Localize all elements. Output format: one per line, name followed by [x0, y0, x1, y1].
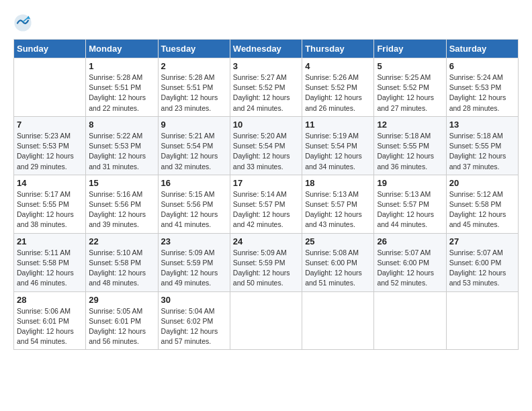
- day-info: Sunrise: 5:13 AMSunset: 5:57 PMDaylight:…: [305, 189, 371, 230]
- day-number: 9: [161, 120, 227, 130]
- calendar-day-21: 21Sunrise: 5:11 AMSunset: 5:58 PMDayligh…: [14, 233, 86, 291]
- day-number: 6: [449, 61, 515, 71]
- calendar-day-15: 15Sunrise: 5:16 AMSunset: 5:56 PMDayligh…: [86, 175, 158, 233]
- day-info: Sunrise: 5:06 AMSunset: 6:01 PMDaylight:…: [17, 306, 83, 347]
- day-number: 4: [305, 61, 371, 71]
- day-number: 14: [17, 178, 83, 188]
- day-info: Sunrise: 5:19 AMSunset: 5:54 PMDaylight:…: [305, 131, 371, 172]
- calendar-day-empty: [302, 291, 374, 350]
- day-number: 25: [305, 236, 371, 246]
- day-info: Sunrise: 5:18 AMSunset: 5:55 PMDaylight:…: [377, 131, 443, 172]
- calendar-day-20: 20Sunrise: 5:12 AMSunset: 5:58 PMDayligh…: [446, 175, 518, 233]
- calendar-day-25: 25Sunrise: 5:08 AMSunset: 6:00 PMDayligh…: [302, 233, 374, 291]
- calendar-week-row: 21Sunrise: 5:11 AMSunset: 5:58 PMDayligh…: [14, 233, 519, 291]
- weekday-header-wednesday: Wednesday: [230, 40, 302, 58]
- day-number: 2: [161, 61, 227, 71]
- calendar-day-10: 10Sunrise: 5:20 AMSunset: 5:54 PMDayligh…: [230, 116, 302, 175]
- calendar-day-27: 27Sunrise: 5:07 AMSunset: 6:00 PMDayligh…: [446, 233, 518, 291]
- day-number: 8: [89, 120, 154, 130]
- day-number: 5: [377, 61, 443, 71]
- day-info: Sunrise: 5:11 AMSunset: 5:58 PMDaylight:…: [17, 248, 83, 289]
- day-number: 19: [377, 178, 443, 188]
- calendar-day-12: 12Sunrise: 5:18 AMSunset: 5:55 PMDayligh…: [374, 116, 446, 175]
- page-header: [13, 13, 519, 32]
- logo-icon: [13, 13, 32, 32]
- calendar-day-empty: [374, 291, 446, 350]
- calendar-day-8: 8Sunrise: 5:22 AMSunset: 5:53 PMDaylight…: [86, 116, 158, 175]
- day-number: 15: [89, 178, 154, 188]
- calendar-day-23: 23Sunrise: 5:09 AMSunset: 5:59 PMDayligh…: [158, 233, 230, 291]
- day-info: Sunrise: 5:14 AMSunset: 5:57 PMDaylight:…: [233, 189, 299, 230]
- calendar-day-26: 26Sunrise: 5:07 AMSunset: 6:00 PMDayligh…: [374, 233, 446, 291]
- day-number: 29: [89, 295, 154, 305]
- day-info: Sunrise: 5:21 AMSunset: 5:54 PMDaylight:…: [161, 131, 227, 172]
- calendar-day-30: 30Sunrise: 5:04 AMSunset: 6:02 PMDayligh…: [158, 291, 230, 350]
- day-number: 16: [161, 178, 227, 188]
- day-info: Sunrise: 5:18 AMSunset: 5:55 PMDaylight:…: [449, 131, 515, 172]
- day-number: 13: [449, 120, 515, 130]
- calendar-day-6: 6Sunrise: 5:24 AMSunset: 5:53 PMDaylight…: [446, 58, 518, 117]
- day-info: Sunrise: 5:26 AMSunset: 5:52 PMDaylight:…: [305, 73, 371, 113]
- day-info: Sunrise: 5:12 AMSunset: 5:58 PMDaylight:…: [449, 189, 515, 230]
- day-number: 20: [449, 178, 515, 188]
- day-info: Sunrise: 5:22 AMSunset: 5:53 PMDaylight:…: [89, 131, 154, 172]
- calendar-week-row: 14Sunrise: 5:17 AMSunset: 5:55 PMDayligh…: [14, 175, 519, 233]
- day-number: 3: [233, 61, 299, 71]
- weekday-header-saturday: Saturday: [446, 40, 518, 58]
- day-info: Sunrise: 5:27 AMSunset: 5:52 PMDaylight:…: [233, 73, 299, 113]
- day-info: Sunrise: 5:08 AMSunset: 6:00 PMDaylight:…: [305, 248, 371, 289]
- calendar-day-empty: [14, 58, 86, 117]
- day-number: 30: [161, 295, 227, 305]
- calendar-day-11: 11Sunrise: 5:19 AMSunset: 5:54 PMDayligh…: [302, 116, 374, 175]
- calendar-day-29: 29Sunrise: 5:05 AMSunset: 6:01 PMDayligh…: [86, 291, 158, 350]
- day-number: 21: [17, 236, 83, 246]
- day-number: 18: [305, 178, 371, 188]
- calendar-day-24: 24Sunrise: 5:09 AMSunset: 5:59 PMDayligh…: [230, 233, 302, 291]
- calendar-day-1: 1Sunrise: 5:28 AMSunset: 5:51 PMDaylight…: [86, 58, 158, 117]
- calendar-day-28: 28Sunrise: 5:06 AMSunset: 6:01 PMDayligh…: [14, 291, 86, 350]
- day-number: 23: [161, 236, 227, 246]
- calendar-day-16: 16Sunrise: 5:15 AMSunset: 5:56 PMDayligh…: [158, 175, 230, 233]
- calendar-day-17: 17Sunrise: 5:14 AMSunset: 5:57 PMDayligh…: [230, 175, 302, 233]
- weekday-header-sunday: Sunday: [14, 40, 86, 58]
- day-info: Sunrise: 5:07 AMSunset: 6:00 PMDaylight:…: [377, 248, 443, 289]
- day-info: Sunrise: 5:23 AMSunset: 5:53 PMDaylight:…: [17, 131, 83, 172]
- calendar-day-13: 13Sunrise: 5:18 AMSunset: 5:55 PMDayligh…: [446, 116, 518, 175]
- day-info: Sunrise: 5:15 AMSunset: 5:56 PMDaylight:…: [161, 189, 227, 230]
- day-info: Sunrise: 5:25 AMSunset: 5:52 PMDaylight:…: [377, 73, 443, 113]
- day-info: Sunrise: 5:05 AMSunset: 6:01 PMDaylight:…: [89, 306, 154, 347]
- day-number: 22: [89, 236, 154, 246]
- weekday-header-row: SundayMondayTuesdayWednesdayThursdayFrid…: [14, 40, 519, 58]
- calendar-day-7: 7Sunrise: 5:23 AMSunset: 5:53 PMDaylight…: [14, 116, 86, 175]
- day-info: Sunrise: 5:04 AMSunset: 6:02 PMDaylight:…: [161, 306, 227, 347]
- day-info: Sunrise: 5:13 AMSunset: 5:57 PMDaylight:…: [377, 189, 443, 230]
- day-info: Sunrise: 5:28 AMSunset: 5:51 PMDaylight:…: [161, 73, 227, 113]
- day-number: 17: [233, 178, 299, 188]
- calendar-day-18: 18Sunrise: 5:13 AMSunset: 5:57 PMDayligh…: [302, 175, 374, 233]
- calendar-day-empty: [446, 291, 518, 350]
- weekday-header-friday: Friday: [374, 40, 446, 58]
- calendar-day-22: 22Sunrise: 5:10 AMSunset: 5:58 PMDayligh…: [86, 233, 158, 291]
- day-info: Sunrise: 5:16 AMSunset: 5:56 PMDaylight:…: [89, 189, 154, 230]
- day-info: Sunrise: 5:28 AMSunset: 5:51 PMDaylight:…: [89, 73, 154, 113]
- calendar-day-14: 14Sunrise: 5:17 AMSunset: 5:55 PMDayligh…: [14, 175, 86, 233]
- day-number: 24: [233, 236, 299, 246]
- logo: [13, 13, 34, 32]
- calendar-day-5: 5Sunrise: 5:25 AMSunset: 5:52 PMDaylight…: [374, 58, 446, 117]
- day-info: Sunrise: 5:17 AMSunset: 5:55 PMDaylight:…: [17, 189, 83, 230]
- day-info: Sunrise: 5:07 AMSunset: 6:00 PMDaylight:…: [449, 248, 515, 289]
- day-info: Sunrise: 5:09 AMSunset: 5:59 PMDaylight:…: [161, 248, 227, 289]
- day-number: 27: [449, 236, 515, 246]
- calendar-day-empty: [230, 291, 302, 350]
- calendar-day-3: 3Sunrise: 5:27 AMSunset: 5:52 PMDaylight…: [230, 58, 302, 117]
- calendar-week-row: 28Sunrise: 5:06 AMSunset: 6:01 PMDayligh…: [14, 291, 519, 350]
- day-number: 11: [305, 120, 371, 130]
- day-info: Sunrise: 5:09 AMSunset: 5:59 PMDaylight:…: [233, 248, 299, 289]
- day-info: Sunrise: 5:24 AMSunset: 5:53 PMDaylight:…: [449, 73, 515, 113]
- weekday-header-monday: Monday: [86, 40, 158, 58]
- calendar-day-4: 4Sunrise: 5:26 AMSunset: 5:52 PMDaylight…: [302, 58, 374, 117]
- calendar-day-19: 19Sunrise: 5:13 AMSunset: 5:57 PMDayligh…: [374, 175, 446, 233]
- day-number: 7: [17, 120, 83, 130]
- day-number: 26: [377, 236, 443, 246]
- calendar-day-9: 9Sunrise: 5:21 AMSunset: 5:54 PMDaylight…: [158, 116, 230, 175]
